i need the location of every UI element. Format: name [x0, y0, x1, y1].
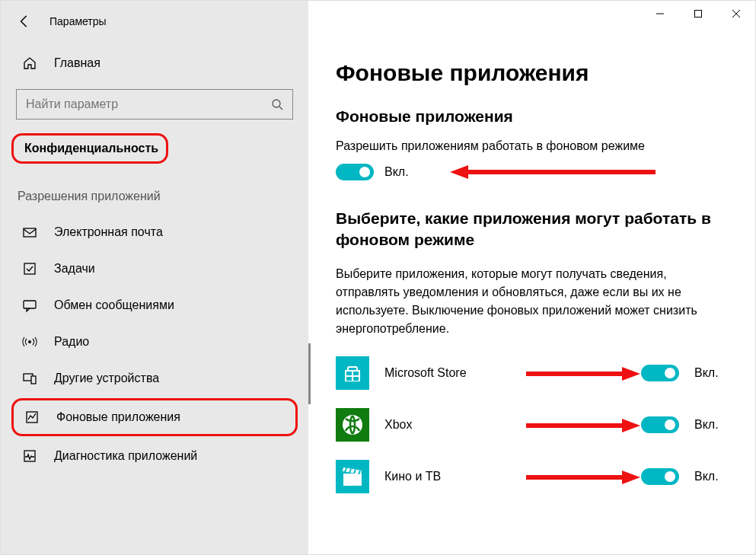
svg-marker-23	[622, 367, 640, 381]
annotation-arrow	[526, 367, 640, 381]
diag-icon	[22, 448, 37, 464]
svg-point-0	[273, 100, 280, 107]
allow-bg-toggle[interactable]	[336, 164, 374, 180]
svg-line-1	[279, 107, 282, 110]
search-input[interactable]	[26, 97, 271, 111]
message-icon	[22, 298, 37, 313]
sidebar-item-label: Другие устройства	[54, 372, 159, 385]
sidebar-home[interactable]: Главная	[1, 48, 308, 78]
svg-marker-33	[622, 470, 640, 484]
svg-rect-2	[24, 228, 36, 237]
tasks-icon	[22, 261, 37, 276]
app-toggle-movies[interactable]	[641, 468, 679, 485]
app-toggle-state: Вкл.	[694, 418, 728, 432]
app-toggle-store[interactable]	[641, 365, 679, 381]
sidebar-item-label: Задачи	[54, 262, 95, 276]
sidebar-item-label: Фоновые приложения	[56, 410, 180, 424]
search-icon	[271, 98, 283, 110]
app-toggle-xbox[interactable]	[641, 416, 679, 433]
maximize-icon	[694, 9, 703, 18]
app-name: Кино и ТВ	[384, 470, 506, 483]
scrollbar-thumb[interactable]	[308, 343, 311, 404]
svg-rect-20	[346, 377, 352, 381]
svg-point-5	[28, 340, 31, 343]
sidebar-item-app-diagnostics[interactable]: Диагностика приложений	[1, 438, 308, 474]
sidebar-item-tasks[interactable]: Задачи	[1, 250, 308, 287]
main-content: Фоновые приложения Фоновые приложения Ра…	[308, 1, 755, 554]
section-choose-title: Выберите, какие приложения могут работат…	[336, 208, 728, 251]
app-toggle-state: Вкл.	[694, 366, 728, 380]
app-toggle-state: Вкл.	[694, 470, 728, 483]
sidebar-item-label: Электронная почта	[54, 225, 163, 239]
titlebar-left: Параметры	[1, 10, 308, 48]
sidebar-home-label: Главная	[54, 56, 100, 70]
svg-rect-18	[346, 372, 352, 375]
devices-icon	[22, 371, 37, 386]
annotation-arrow	[526, 470, 640, 484]
svg-marker-15	[450, 165, 468, 179]
svg-rect-7	[31, 376, 36, 384]
sidebar-item-label: Диагностика приложений	[54, 449, 197, 463]
home-icon	[22, 56, 37, 71]
page-title: Фоновые приложения	[336, 60, 728, 86]
minimize-icon	[656, 9, 665, 18]
sidebar: Параметры Главная Конфиденциальность Раз…	[1, 1, 308, 554]
allow-bg-state: Вкл.	[384, 165, 409, 179]
app-name: Xbox	[384, 418, 506, 432]
sidebar-item-label: Обмен сообщениями	[54, 298, 174, 312]
sidebar-item-email[interactable]: Электронная почта	[1, 214, 308, 250]
svg-rect-3	[24, 263, 35, 274]
sidebar-item-label: Радио	[54, 335, 89, 349]
search-box[interactable]	[16, 89, 293, 120]
close-icon	[732, 9, 741, 18]
section-bg-apps-title: Фоновые приложения	[336, 107, 728, 126]
sidebar-item-messaging[interactable]: Обмен сообщениями	[1, 287, 308, 324]
sidebar-category[interactable]: Конфиденциальность	[11, 133, 168, 164]
allow-bg-toggle-row: Вкл.	[336, 164, 728, 180]
sidebar-item-other-devices[interactable]: Другие устройства	[1, 360, 308, 397]
window-controls	[641, 1, 755, 27]
store-icon	[336, 356, 369, 390]
annotation-arrow	[526, 419, 640, 432]
svg-rect-4	[24, 301, 36, 308]
maximize-button[interactable]	[679, 1, 717, 27]
sidebar-item-background-apps[interactable]: Фоновые приложения	[11, 398, 298, 436]
app-row-xbox: Xbox Вкл.	[336, 408, 728, 442]
movies-icon	[336, 460, 369, 493]
search-wrap	[1, 78, 308, 133]
xbox-icon	[336, 408, 369, 442]
app-name: Microsoft Store	[384, 366, 506, 380]
annotation-arrow	[450, 165, 656, 179]
bgapps-icon	[24, 410, 40, 425]
svg-rect-19	[353, 372, 359, 375]
arrow-left-icon	[18, 14, 31, 28]
allow-bg-label: Разрешить приложениям работать в фоновом…	[336, 139, 728, 153]
section-choose-body: Выберите приложения, которые могут получ…	[336, 265, 728, 338]
settings-window: Параметры Главная Конфиденциальность Раз…	[0, 0, 756, 555]
close-button[interactable]	[717, 1, 755, 27]
svg-rect-21	[353, 377, 359, 381]
minimize-button[interactable]	[641, 1, 679, 27]
svg-marker-26	[622, 419, 640, 432]
app-row-movies: Кино и ТВ Вкл.	[336, 460, 728, 493]
sidebar-category-label: Конфиденциальность	[24, 142, 158, 155]
back-button[interactable]	[18, 14, 31, 28]
svg-point-24	[343, 415, 362, 435]
svg-rect-17	[348, 367, 357, 372]
app-row-store: Microsoft Store Вкл.	[336, 356, 728, 390]
radio-icon	[22, 334, 37, 349]
window-title: Параметры	[49, 15, 107, 27]
sidebar-group-header: Разрешения приложений	[1, 185, 308, 214]
svg-rect-11	[695, 11, 702, 18]
svg-rect-27	[343, 474, 362, 486]
mail-icon	[22, 225, 37, 240]
sidebar-item-radio[interactable]: Радио	[1, 324, 308, 360]
